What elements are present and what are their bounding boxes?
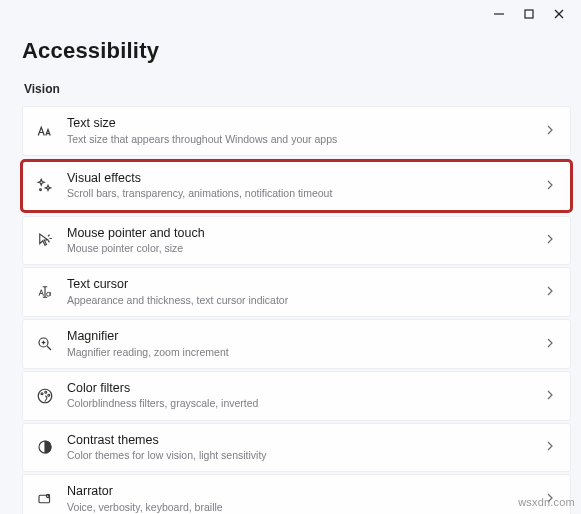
item-mouse-pointer[interactable]: Mouse pointer and touch Mouse pointer co…: [22, 216, 571, 266]
item-desc: Voice, verbosity, keyboard, braille: [67, 501, 544, 514]
text-cursor-icon: [35, 282, 55, 302]
color-filters-icon: [35, 386, 55, 406]
contrast-icon: [35, 437, 55, 457]
chevron-right-icon: [544, 283, 556, 301]
item-magnifier[interactable]: Magnifier Magnifier reading, zoom increm…: [22, 319, 571, 369]
item-texts: Contrast themes Color themes for low vis…: [67, 433, 544, 463]
item-title: Magnifier: [67, 329, 544, 345]
visual-effects-icon: [35, 176, 55, 196]
narrator-icon: [35, 489, 55, 509]
window-controls: [483, 2, 575, 26]
svg-line-7: [47, 346, 51, 350]
text-size-icon: [35, 121, 55, 141]
item-texts: Mouse pointer and touch Mouse pointer co…: [67, 226, 544, 256]
chevron-right-icon: [544, 335, 556, 353]
chevron-right-icon: [544, 231, 556, 249]
item-texts: Color filters Colorblindness filters, gr…: [67, 381, 544, 411]
chevron-right-icon: [544, 177, 556, 195]
item-title: Narrator: [67, 484, 544, 500]
item-desc: Mouse pointer color, size: [67, 242, 544, 255]
watermark: wsxdn.com: [518, 496, 575, 508]
item-title: Visual effects: [67, 171, 544, 187]
item-desc: Color themes for low vision, light sensi…: [67, 449, 544, 462]
section-label-vision: Vision: [24, 82, 60, 96]
item-texts: Text cursor Appearance and thickness, te…: [67, 277, 544, 307]
item-texts: Visual effects Scroll bars, transparency…: [67, 171, 544, 201]
item-texts: Magnifier Magnifier reading, zoom increm…: [67, 329, 544, 359]
svg-rect-1: [525, 10, 533, 18]
svg-point-11: [45, 391, 47, 393]
item-desc: Appearance and thickness, text cursor in…: [67, 294, 544, 307]
svg-point-12: [48, 394, 50, 396]
chevron-right-icon: [544, 387, 556, 405]
item-desc: Scroll bars, transparency, animations, n…: [67, 187, 544, 200]
item-title: Text cursor: [67, 277, 544, 293]
item-text-cursor[interactable]: Text cursor Appearance and thickness, te…: [22, 267, 571, 317]
item-title: Mouse pointer and touch: [67, 226, 544, 242]
svg-point-10: [41, 392, 43, 394]
item-desc: Magnifier reading, zoom increment: [67, 346, 544, 359]
magnifier-icon: [35, 334, 55, 354]
item-desc: Colorblindness filters, grayscale, inver…: [67, 397, 544, 410]
item-title: Color filters: [67, 381, 544, 397]
minimize-button[interactable]: [491, 6, 507, 22]
mouse-pointer-icon: [35, 230, 55, 250]
maximize-button[interactable]: [521, 6, 537, 22]
svg-point-4: [40, 188, 42, 190]
settings-list: Text size Text size that appears through…: [22, 106, 571, 514]
item-visual-effects[interactable]: Visual effects Scroll bars, transparency…: [22, 161, 571, 211]
item-desc: Text size that appears throughout Window…: [67, 133, 544, 146]
item-texts: Narrator Voice, verbosity, keyboard, bra…: [67, 484, 544, 514]
item-contrast-themes[interactable]: Contrast themes Color themes for low vis…: [22, 423, 571, 473]
close-button[interactable]: [551, 6, 567, 22]
svg-point-16: [48, 495, 49, 496]
item-narrator[interactable]: Narrator Voice, verbosity, keyboard, bra…: [22, 474, 571, 514]
item-color-filters[interactable]: Color filters Colorblindness filters, gr…: [22, 371, 571, 421]
page-title: Accessibility: [22, 38, 159, 64]
item-text-size[interactable]: Text size Text size that appears through…: [22, 106, 571, 156]
chevron-right-icon: [544, 122, 556, 140]
chevron-right-icon: [544, 438, 556, 456]
item-title: Contrast themes: [67, 433, 544, 449]
item-title: Text size: [67, 116, 544, 132]
item-texts: Text size Text size that appears through…: [67, 116, 544, 146]
